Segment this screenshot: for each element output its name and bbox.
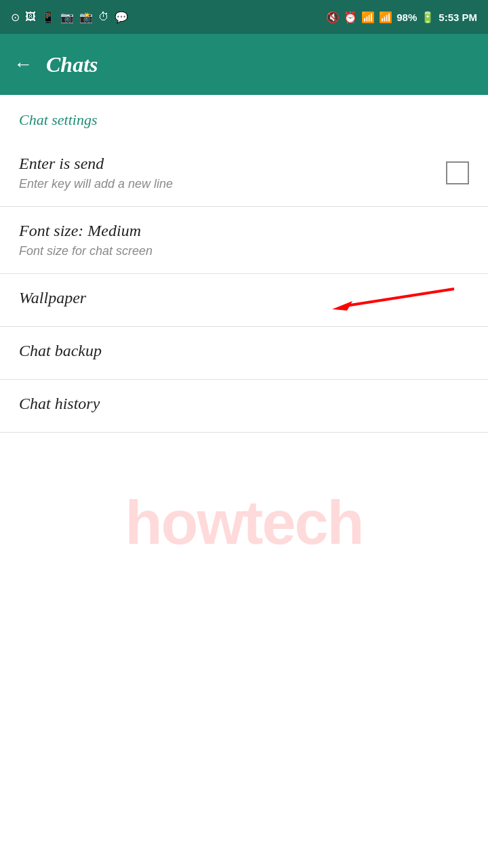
screen-icon: 📱 <box>41 11 55 24</box>
setting-title-wallpaper: Wallpaper <box>19 289 469 307</box>
setting-item-chat-backup[interactable]: Chat backup <box>0 327 488 380</box>
battery-percentage: 98% <box>396 12 417 23</box>
setting-text-chat-history: Chat history <box>19 395 469 417</box>
watermark: howtech <box>125 488 363 558</box>
setting-item-font-size[interactable]: Font size: Medium Font size for chat scr… <box>0 207 488 274</box>
alarm-icon: ⏰ <box>344 11 357 24</box>
setting-item-enter-is-send[interactable]: Enter is send Enter key will add a new l… <box>0 140 488 207</box>
setting-text-chat-backup: Chat backup <box>19 342 469 364</box>
mute-icon: 🔇 <box>326 11 340 24</box>
status-time: 5:53 PM <box>439 12 477 23</box>
battery-icon: 🔋 <box>421 11 434 24</box>
image-icon: 🖼 <box>25 11 36 23</box>
section-header: Chat settings <box>0 95 488 140</box>
content-area: Chat settings Enter is send Enter key wi… <box>0 95 488 433</box>
setting-text-enter-is-send: Enter is send Enter key will add a new l… <box>19 155 446 191</box>
wifi-icon: 📶 <box>361 11 375 24</box>
setting-subtitle-enter-is-send: Enter key will add a new line <box>19 177 446 191</box>
setting-text-font-size: Font size: Medium Font size for chat scr… <box>19 222 469 258</box>
section-header-label: Chat settings <box>19 111 98 128</box>
status-bar-right: 🔇 ⏰ 📶 📶 98% 🔋 5:53 PM <box>326 11 477 24</box>
setting-title-chat-history: Chat history <box>19 395 469 413</box>
app-bar: ← Chats <box>0 34 488 95</box>
timer-icon: ⊙ <box>11 11 20 24</box>
back-button[interactable]: ← <box>14 54 33 75</box>
app-bar-title: Chats <box>46 52 98 77</box>
setting-title-enter-is-send: Enter is send <box>19 155 446 173</box>
signal-icon: 📶 <box>379 11 392 24</box>
wechat-icon: 💬 <box>115 11 128 24</box>
camera1-icon: 📷 <box>60 11 74 24</box>
status-bar: ⊙ 🖼 📱 📷 📸 ⏱ 💬 🔇 ⏰ 📶 📶 98% 🔋 5:53 PM <box>0 0 488 34</box>
time2-icon: ⏱ <box>98 11 109 23</box>
enter-is-send-checkbox[interactable] <box>446 161 469 184</box>
setting-title-font-size: Font size: Medium <box>19 222 469 240</box>
setting-item-chat-history[interactable]: Chat history <box>0 380 488 433</box>
status-bar-left: ⊙ 🖼 📱 📷 📸 ⏱ 💬 <box>11 11 128 24</box>
setting-title-chat-backup: Chat backup <box>19 342 469 360</box>
setting-item-wallpaper[interactable]: Wallpaper <box>0 274 488 327</box>
setting-subtitle-font-size: Font size for chat screen <box>19 244 469 258</box>
camera2-icon: 📸 <box>79 11 93 24</box>
setting-text-wallpaper: Wallpaper <box>19 289 469 311</box>
